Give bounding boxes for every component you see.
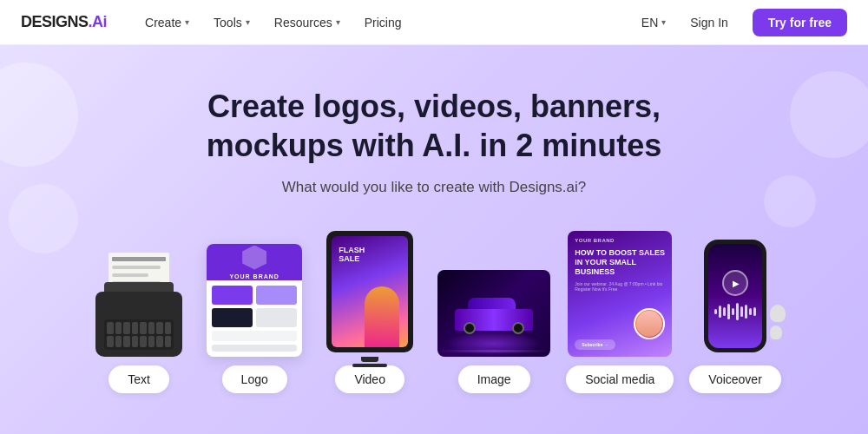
tool-cards-row: Text YOUR BRAND: [69, 231, 799, 393]
card-social-label: Social media: [566, 365, 674, 393]
sign-in-button[interactable]: Sign In: [680, 10, 739, 35]
chevron-down-icon: ▾: [661, 17, 666, 27]
deco-circle: [790, 71, 868, 158]
card-voiceover-image: ▶: [692, 235, 779, 357]
card-logo-image: YOUR BRAND: [207, 244, 302, 357]
card-video-image: FLASHSALE: [318, 231, 422, 357]
avatar-face: [636, 311, 662, 337]
logo-text: DESIGNS: [21, 13, 89, 31]
card-social-image: YOUR BRAND HOW TO BOOST SALES IN YOUR SM…: [568, 231, 672, 357]
social-cta-btn: Subscribe →: [575, 339, 615, 350]
navbar: DESIGNS.Ai Create ▾ Tools ▾ Resources ▾ …: [0, 0, 868, 45]
tablet-stand: [361, 357, 378, 362]
phone-body: ▶: [704, 240, 766, 352]
card-logo[interactable]: YOUR BRAND Logo: [207, 244, 302, 393]
color-swatch: [256, 286, 297, 305]
social-avatar: [634, 308, 665, 339]
tablet-base: [352, 364, 387, 367]
card-voiceover[interactable]: ▶: [689, 235, 780, 393]
car-icon: [437, 270, 550, 357]
hero-section: Create logos, videos, banners, mockups w…: [0, 45, 868, 434]
logo-hex-shape: [242, 246, 266, 270]
play-icon: ▶: [733, 279, 740, 288]
earbuds-icon: [760, 305, 786, 339]
card-image[interactable]: Image: [437, 270, 550, 393]
logo-preview-bar: [212, 331, 297, 341]
social-subtitle-text: Join our webinar. 24 Aug @ 7:00pm • Link…: [575, 281, 665, 292]
flash-sale-text: FLASHSALE: [339, 247, 365, 264]
nav-create[interactable]: Create ▾: [135, 10, 200, 35]
card-text-image: [87, 261, 191, 357]
tablet-icon: FLASHSALE: [318, 231, 422, 357]
tablet-body: FLASHSALE: [326, 231, 413, 352]
typewriter-keys: [104, 319, 174, 350]
social-media-icon: YOUR BRAND HOW TO BOOST SALES IN YOUR SM…: [568, 231, 672, 357]
logo-mockup-icon: YOUR BRAND: [207, 244, 302, 357]
tablet-screen: FLASHSALE: [332, 236, 408, 347]
color-swatch: [212, 308, 253, 327]
deco-circle: [0, 62, 78, 167]
card-logo-label: Logo: [222, 365, 287, 393]
chevron-down-icon: ▾: [336, 17, 340, 27]
color-swatch: [256, 308, 297, 327]
car-shape: [455, 296, 533, 331]
social-title-text: HOW TO BOOST SALES IN YOUR SMALL BUSINES…: [575, 248, 665, 276]
color-swatch: [212, 286, 253, 305]
tablet-figure: [365, 286, 399, 347]
card-image-image: [437, 270, 550, 357]
card-text[interactable]: Text: [87, 261, 191, 393]
try-for-free-button[interactable]: Try for free: [753, 9, 847, 36]
nav-resources[interactable]: Resources ▾: [264, 10, 351, 35]
waveform: [714, 301, 756, 322]
logo-brand-text: YOUR BRAND: [229, 273, 279, 279]
deco-circle: [764, 175, 816, 227]
logo-ai: .Ai: [89, 13, 108, 31]
typewriter-body: [95, 292, 182, 357]
hero-subtitle: What would you like to create with Desig…: [282, 179, 587, 196]
chevron-down-icon: ▾: [246, 17, 250, 27]
card-social-media[interactable]: YOUR BRAND HOW TO BOOST SALES IN YOUR SM…: [566, 231, 674, 393]
logo-card-body: [207, 280, 302, 357]
card-image-label: Image: [458, 365, 530, 393]
logo[interactable]: DESIGNS.Ai: [21, 13, 107, 31]
phone-screen: ▶: [708, 244, 762, 348]
phone-icon: ▶: [692, 235, 779, 357]
play-button: ▶: [722, 270, 748, 296]
nav-tools[interactable]: Tools ▾: [203, 10, 260, 35]
nav-right: EN ▾ Sign In Try for free: [641, 9, 847, 36]
logo-preview-bar: [212, 345, 297, 352]
deco-circle: [9, 184, 78, 253]
typewriter-icon: [87, 261, 191, 357]
card-text-label: Text: [108, 365, 169, 393]
card-voiceover-label: Voiceover: [689, 365, 780, 393]
earbud-2: [770, 326, 782, 339]
car-glow: [446, 331, 542, 357]
chevron-down-icon: ▾: [185, 17, 189, 27]
nav-links: Create ▾ Tools ▾ Resources ▾ Pricing: [135, 10, 641, 35]
card-video[interactable]: FLASHSALE Video: [318, 231, 422, 393]
earbud-1: [770, 305, 786, 322]
hero-title: Create logos, videos, banners, mockups w…: [139, 87, 729, 165]
language-selector[interactable]: EN ▾: [641, 16, 666, 30]
nav-pricing[interactable]: Pricing: [354, 10, 412, 35]
social-brand-text: YOUR BRAND: [575, 238, 665, 243]
card-video-label: Video: [335, 365, 404, 393]
logo-card-header: YOUR BRAND: [207, 244, 302, 280]
